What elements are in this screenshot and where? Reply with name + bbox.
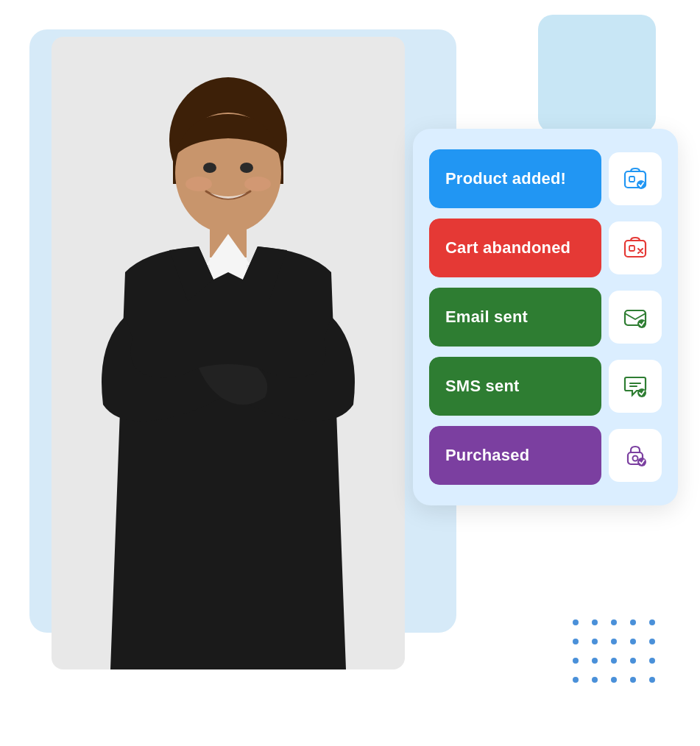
dot: [573, 677, 579, 683]
dot: [573, 639, 579, 644]
dot: [573, 619, 579, 625]
dot: [630, 677, 636, 683]
svg-point-10: [244, 177, 271, 191]
dot: [592, 619, 598, 625]
row-sms-sent: SMS sent: [429, 357, 662, 416]
person-image: [22, 22, 434, 669]
purchased-icon: [609, 429, 662, 482]
svg-point-17: [637, 319, 646, 328]
product-added-label: Product added!: [429, 149, 601, 208]
dot: [630, 639, 636, 644]
person-svg: [52, 37, 405, 669]
dot: [592, 639, 598, 644]
svg-point-13: [637, 180, 646, 189]
dot: [649, 677, 655, 683]
svg-point-18: [637, 388, 646, 397]
dot: [649, 619, 655, 625]
email-sent-icon: [609, 291, 662, 344]
cart-abandoned-label: Cart abandoned: [429, 219, 601, 277]
sms-sent-icon: [609, 360, 662, 413]
product-added-icon: [609, 152, 662, 205]
purchased-label: Purchased: [429, 426, 601, 485]
row-product-added: Product added!: [429, 149, 662, 208]
background-rect-accent: [538, 15, 656, 132]
dot: [630, 658, 636, 664]
svg-point-7: [203, 163, 216, 173]
svg-rect-12: [629, 177, 634, 182]
svg-rect-15: [629, 246, 634, 251]
svg-point-9: [185, 177, 212, 191]
dot: [630, 619, 636, 625]
row-purchased: Purchased: [429, 426, 662, 485]
svg-point-8: [240, 163, 253, 173]
email-sent-label: Email sent: [429, 288, 601, 347]
dot: [611, 619, 617, 625]
svg-point-23: [637, 458, 646, 466]
cart-abandoned-icon: [609, 221, 662, 274]
dot: [649, 639, 655, 644]
dot: [592, 658, 598, 664]
dot: [611, 658, 617, 664]
svg-point-22: [633, 456, 638, 461]
dot: [573, 658, 579, 664]
dot-grid-decoration: [573, 619, 660, 687]
row-email-sent: Email sent: [429, 288, 662, 347]
dot: [649, 658, 655, 664]
scene: Product added! Cart abandoned: [0, 0, 700, 746]
row-cart-abandoned: Cart abandoned: [429, 219, 662, 277]
sms-sent-label: SMS sent: [429, 357, 601, 416]
dot: [592, 677, 598, 683]
card-panel: Product added! Cart abandoned: [413, 129, 678, 505]
dot: [611, 639, 617, 644]
dot: [611, 677, 617, 683]
